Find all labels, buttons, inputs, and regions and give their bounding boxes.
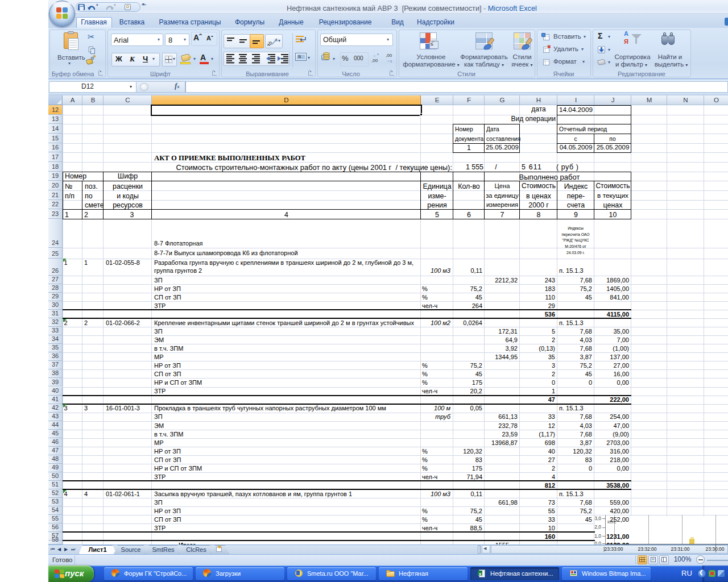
- svg-text:ab: ab: [267, 40, 273, 46]
